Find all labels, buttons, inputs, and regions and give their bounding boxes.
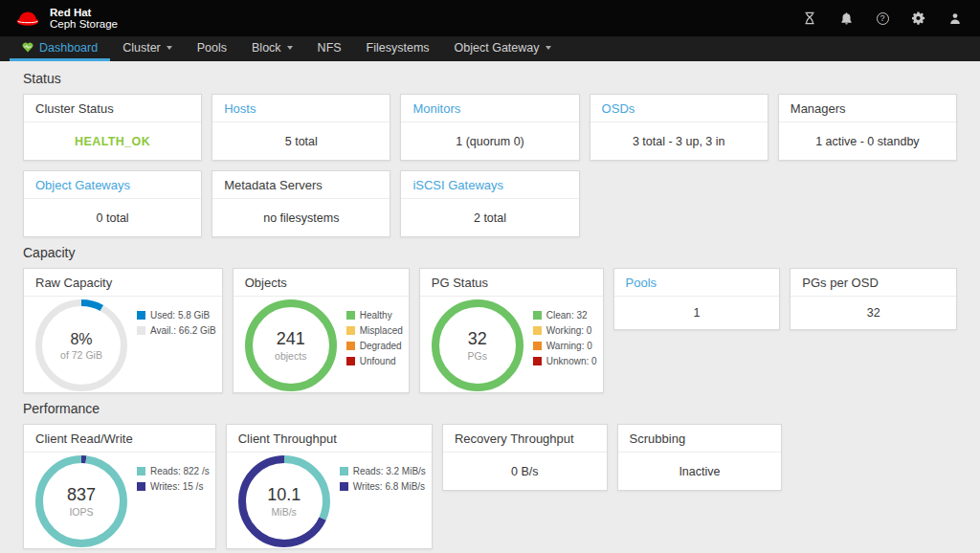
donut-sublabel: of 72 GiB xyxy=(60,349,102,361)
card-title: PGs per OSD xyxy=(791,269,956,297)
brand-logo[interactable]: Red Hat Ceph Storage xyxy=(13,7,118,30)
card-title: PG Status xyxy=(420,269,603,297)
pg-status-donut-chart: 32 PGs xyxy=(432,299,523,391)
object-gateways-value: 0 total xyxy=(24,199,201,236)
nav-item-block[interactable]: Block xyxy=(239,36,305,61)
card-title: Raw Capacity xyxy=(24,269,222,297)
osds-value: 3 total - 3 up, 3 in xyxy=(590,122,768,160)
card-title: Client Throughput xyxy=(227,425,432,453)
iscsi-gateways-value: 2 total xyxy=(401,199,578,236)
nav-label: Cluster xyxy=(122,41,161,55)
donut-value: 8% xyxy=(70,331,92,348)
legend-item: Healthy xyxy=(346,310,403,321)
card-objects: Objects 241 objects Healthy Misplaced De… xyxy=(233,268,410,393)
recovery-throughput-value: 0 B/s xyxy=(443,453,607,490)
card-recovery-throughput: Recovery Throughput 0 B/s xyxy=(442,424,608,491)
cluster-health-value: HEALTH_OK xyxy=(24,122,201,160)
legend: Reads: 3.2 MiB/s Writes: 6.8 MiB/s xyxy=(340,466,426,492)
legend-swatch xyxy=(533,311,542,320)
card-title: Managers xyxy=(779,95,956,122)
legend-swatch xyxy=(533,342,542,350)
donut-sublabel: PGs xyxy=(468,350,487,362)
card-client-read-write: Client Read/Write 837 IOPS Reads: 822 /s… xyxy=(23,424,216,549)
card-title: Scrubbing xyxy=(618,425,782,453)
legend-swatch xyxy=(137,326,145,335)
iscsi-gateways-link[interactable]: iSCSI Gateways xyxy=(401,171,578,199)
legend-swatch xyxy=(533,357,542,365)
nav-item-dashboard[interactable]: Dashboard xyxy=(10,36,110,61)
pools-link[interactable]: Pools xyxy=(614,269,780,297)
managers-value: 1 active - 0 standby xyxy=(779,122,956,160)
legend-item: Writes: 6.8 MiB/s xyxy=(340,481,426,492)
donut-value: 837 xyxy=(67,485,96,505)
donut-sublabel: MiB/s xyxy=(272,506,297,518)
legend-swatch xyxy=(340,482,348,491)
legend-swatch xyxy=(137,482,145,491)
legend: Reads: 822 /s Writes: 15 /s xyxy=(137,466,210,492)
card-client-throughput: Client Throughput 10.1 MiB/s Reads: 3.2 … xyxy=(226,424,433,549)
chevron-down-icon xyxy=(287,46,293,50)
dashboard-content: Status Cluster Status HEALTH_OK Hosts 5 … xyxy=(0,61,980,549)
nav-label: Pools xyxy=(197,41,227,55)
brand-line1: Red Hat xyxy=(50,7,118,18)
card-iscsi-gateways: iSCSI Gateways 2 total xyxy=(400,170,579,237)
legend-swatch xyxy=(346,326,355,335)
hosts-value: 5 total xyxy=(212,122,390,160)
legend-item: Working: 0 xyxy=(533,325,597,336)
legend: Healthy Misplaced Degraded Unfound xyxy=(346,310,403,366)
monitors-link[interactable]: Monitors xyxy=(401,95,578,122)
legend-swatch xyxy=(137,467,145,476)
brand-line2: Ceph Storage xyxy=(50,18,118,30)
donut-value: 10.1 xyxy=(267,485,301,505)
monitors-value: 1 (quorum 0) xyxy=(401,122,578,160)
user-icon[interactable] xyxy=(947,11,963,26)
pgs-per-osd-value: 32 xyxy=(791,297,956,329)
legend-item: Writes: 15 /s xyxy=(137,481,210,492)
nav-item-cluster[interactable]: Cluster xyxy=(110,36,185,61)
nav-label: Dashboard xyxy=(39,41,98,55)
card-raw-capacity: Raw Capacity 8% of 72 GiB Used: 5.8 GiB … xyxy=(23,268,223,393)
legend: Used: 5.8 GiB Avail.: 66.2 GiB xyxy=(137,310,216,336)
raw-capacity-donut-chart: 8% of 72 GiB xyxy=(35,299,127,391)
section-title-capacity: Capacity xyxy=(23,245,957,260)
nav-label: Block xyxy=(252,41,281,55)
card-cluster-status: Cluster Status HEALTH_OK xyxy=(23,94,202,161)
osds-link[interactable]: OSDs xyxy=(590,95,768,122)
nav-label: Filesystems xyxy=(367,41,430,55)
legend-swatch xyxy=(346,311,355,320)
settings-gear-icon[interactable] xyxy=(911,11,926,26)
nav-item-nfs[interactable]: NFS xyxy=(305,36,354,61)
redhat-fedora-icon xyxy=(13,10,42,28)
nav-label: NFS xyxy=(318,41,342,55)
hosts-link[interactable]: Hosts xyxy=(212,95,390,122)
legend-item: Unknown: 0 xyxy=(533,356,597,366)
legend-swatch xyxy=(346,342,355,350)
card-pg-status: PG Status 32 PGs Clean: 32 Working: 0 Wa… xyxy=(419,268,604,393)
legend-item: Avail.: 66.2 GiB xyxy=(137,325,216,336)
section-title-performance: Performance xyxy=(23,401,957,416)
main-nav: Dashboard Cluster Pools Block NFS Filesy… xyxy=(0,36,980,61)
notifications-bell-icon[interactable] xyxy=(838,11,854,26)
nav-item-pools[interactable]: Pools xyxy=(185,36,239,61)
performance-section: Performance Client Read/Write 837 IOPS R… xyxy=(23,401,957,549)
donut-value: 241 xyxy=(277,329,305,349)
card-pgs-per-osd: PGs per OSD 32 xyxy=(790,268,957,330)
legend-item: Clean: 32 xyxy=(533,310,597,321)
legend-swatch xyxy=(340,467,348,476)
legend-item: Degraded xyxy=(346,341,403,351)
object-gateways-link[interactable]: Object Gateways xyxy=(24,171,201,199)
legend: Clean: 32 Working: 0 Warning: 0 Unknown:… xyxy=(533,310,597,366)
nav-item-filesystems[interactable]: Filesystems xyxy=(354,36,442,61)
nav-item-object-gateway[interactable]: Object Gateway xyxy=(442,36,564,61)
capacity-section: Capacity Raw Capacity 8% of 72 GiB Used:… xyxy=(23,245,957,393)
legend-item: Reads: 3.2 MiB/s xyxy=(340,466,426,476)
tasks-hourglass-icon[interactable] xyxy=(802,11,817,26)
help-glyph: ? xyxy=(877,12,889,25)
card-monitors: Monitors 1 (quorum 0) xyxy=(400,94,579,161)
legend-swatch xyxy=(137,311,145,320)
chevron-down-icon xyxy=(546,46,551,50)
chevron-down-icon xyxy=(167,46,172,50)
masthead: Red Hat Ceph Storage ? xyxy=(0,0,980,36)
pools-value: 1 xyxy=(614,297,780,329)
help-icon[interactable]: ? xyxy=(875,11,890,26)
